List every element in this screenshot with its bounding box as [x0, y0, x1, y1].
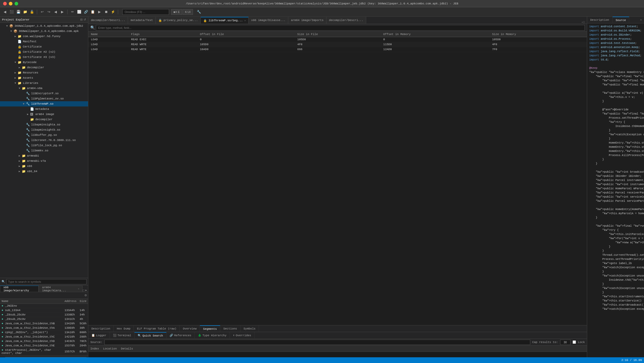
table-row[interactable]: ● _Z8sub_25c8v1338Eh34h — [0, 313, 88, 317]
list-item[interactable]: ▼ 📦 360Wallpaper_1.0.4_apkcombo.com.apk — [0, 29, 88, 34]
table-row[interactable]: ● Java_com_w_thsz_InsideUse_thE15378h204… — [0, 344, 88, 348]
tree-root[interactable]: ▼ 📦 360Wallpaper_1.0.4_apkcombo.com.apk.… — [0, 23, 88, 29]
list-item[interactable]: ▶ 🖼 arm64 image — [0, 112, 88, 117]
table-row[interactable]: ● _Z8sub_25c9v1341Ch4h — [0, 317, 88, 321]
list-item[interactable]: ▼ 📁 Libraries — [0, 80, 88, 86]
list-item[interactable]: 📄 metadata — [0, 106, 88, 112]
tab-description[interactable]: Description — [88, 325, 114, 332]
list-item[interactable]: 🔒 Certificate #2 (v2) — [0, 49, 88, 55]
table-row[interactable]: ● _JNIEnv — [0, 304, 88, 308]
tab-close-icon[interactable]: ✕ — [244, 19, 246, 22]
list-item[interactable]: ▶ 📁 Assets — [0, 75, 88, 80]
tab-description-right[interactable]: Description — [587, 17, 613, 23]
toolbar-btn-13[interactable]: 📋 — [90, 9, 96, 15]
run-button[interactable]: ▶ — [97, 9, 102, 15]
build-btn-1[interactable]: ■X E — [171, 9, 182, 15]
cap-input[interactable] — [560, 340, 571, 345]
tab-elf-program[interactable]: ELF Program Table (raw) — [134, 325, 180, 332]
list-item[interactable]: 🔒 Certificate — [0, 44, 88, 49]
toolbar-btn-5[interactable]: 🔓 — [29, 9, 35, 15]
tab-libthreewp-seg[interactable]: 🔒 libThreeWP.so/Seg... ✕ — [201, 17, 249, 24]
list-item[interactable]: 🔧 libcronet.76.0.3809.111.so — [0, 138, 88, 143]
tab-x86-hierarchy[interactable]: x86 image/Hierarchy — [0, 286, 39, 292]
maximize-button[interactable] — [15, 2, 18, 5]
tab-segments[interactable]: Segments — [200, 325, 220, 332]
settings-icon[interactable]: 🔧 — [196, 9, 202, 15]
stop-button[interactable]: ⏹ — [103, 9, 109, 15]
list-item[interactable]: 🔧 libPglmetasec_ov.so — [0, 96, 88, 101]
close-button[interactable] — [3, 2, 7, 5]
tab-privacy-policy[interactable]: 🔒 privacy_policy_se... — [156, 17, 201, 24]
list-item[interactable]: 🔧 libapminsightb.so — [0, 127, 88, 132]
redo-button[interactable]: ↪ — [46, 9, 52, 15]
hierarchy-icon-2[interactable]: ▸ — [85, 288, 87, 292]
list-item[interactable]: 📁 decompiler — [0, 117, 88, 122]
tab-arm64-imports[interactable]: arm64 image/Imports — [288, 17, 326, 24]
table-row[interactable]: ● Java_com_w_thsz_InsideUse_thC14210h288… — [0, 335, 88, 339]
toolbar-btn-10[interactable]: ✏ — [70, 9, 75, 15]
table-row[interactable]: ● sub_133A4133A4h14h — [0, 308, 88, 313]
list-item[interactable]: ▶ 📁 Resources — [0, 70, 88, 75]
tab-type-hierarchy[interactable]: 🌲 Type Hierarchy — [195, 332, 230, 339]
tab-overview[interactable]: Overview — [180, 325, 200, 332]
table-row[interactable]: ● Java_com_w_thsz_InsideUse_thD14C6Ch70C… — [0, 339, 88, 344]
tab-metadata-text[interactable]: metadata/Text — [128, 17, 156, 24]
table-row[interactable]: ● Java_com_w_thsz_InsideUse_thB13420h5C0… — [0, 321, 88, 326]
maximize-panel-btn[interactable]: □ — [583, 21, 585, 24]
table-row[interactable]: LOADREAD WRTE10AD066612AD07F0 — [88, 47, 587, 52]
hierarchy-icon-1[interactable]: □ — [83, 289, 84, 292]
project-search-input[interactable] — [6, 279, 86, 284]
omnibox-input[interactable] — [122, 9, 169, 15]
list-item[interactable]: 🔧 libapminsighta.so — [0, 122, 88, 127]
refresh-btn[interactable]: ↺ — [84, 18, 86, 21]
table-row[interactable]: LOADREAD EXEC0105D00105D0 — [88, 37, 587, 42]
build-btn-2[interactable]: K:UI — [183, 9, 193, 15]
hierarchy-settings-icon[interactable]: ⚙ — [84, 294, 87, 297]
toolbar-btn-8[interactable]: ◀ — [53, 9, 58, 15]
toolbar-btn-9[interactable]: ▶ — [59, 9, 65, 15]
table-row[interactable]: ● Java_com_w_thsz_InsideUse_thA139E0h30h — [0, 326, 88, 330]
lock-checkbox[interactable] — [573, 340, 576, 344]
source-input[interactable] — [104, 340, 530, 345]
tab-decompiler-desc-1[interactable]: decompiler/Descri... — [88, 17, 128, 24]
tab-sections[interactable]: Sections — [220, 325, 240, 332]
segment-search-input[interactable] — [96, 25, 585, 31]
list-item[interactable]: ▶ 📁 com.wallpaper.hd.funny — [0, 34, 88, 39]
toolbar-btn-4[interactable]: 📁 — [22, 9, 28, 15]
list-item[interactable]: ▼ 📁 arm64-v8a — [0, 86, 88, 91]
toolbar-btn-16[interactable]: ⚡ — [110, 9, 116, 15]
list-item[interactable]: ▶ 📁 armeabi — [0, 153, 88, 158]
table-row[interactable]: LOADREAD WRTE105D04F8115D04F8 — [88, 42, 587, 47]
list-item[interactable]: ▶ 📁 x86 — [0, 164, 88, 169]
toolbar-btn-11[interactable]: ⬜ — [76, 9, 82, 15]
table-row[interactable]: ● cpkg(_JNIEnv*, _jobject*)13A10h800h — [0, 330, 88, 335]
toolbar-btn-2[interactable]: ⬛ — [9, 9, 15, 15]
tab-terminal[interactable]: ⬛ Terminal — [110, 332, 135, 339]
list-item[interactable]: ▶ 📁 x86_64 — [0, 169, 88, 174]
table-row[interactable]: ● startProcess(_JNIEnv*, char const*, ch… — [0, 348, 88, 355]
list-item[interactable]: 🔧 libfile_lock_pg.so — [0, 143, 88, 148]
list-item[interactable]: ▶ 📁 decompiler — [0, 65, 88, 70]
tab-x86-disasse[interactable]: x86 image/Disasse... — [249, 17, 288, 24]
tab-source-right[interactable]: Source — [613, 17, 629, 23]
tab-overrides[interactable]: ⬆ Overrides — [230, 332, 254, 339]
list-item[interactable]: ▶ 📁 armeabi-v7a — [0, 158, 88, 164]
tab-hex-dump[interactable]: Hex Dump — [114, 325, 134, 332]
tab-quick-search[interactable]: 🔍 Quick Search — [135, 332, 166, 339]
toolbar-btn-3[interactable]: 💾 — [16, 9, 21, 15]
tab-decompiler-desc-2[interactable]: decompiler/Descri... — [326, 17, 366, 24]
toolbar-btn-1[interactable]: ◀ — [2, 9, 8, 15]
toolbar-btn-12[interactable]: 🔗 — [83, 9, 89, 15]
list-item[interactable]: 🔧 libEncryptorP.so — [0, 91, 88, 96]
right-panel-close-btn[interactable]: ✕ — [638, 18, 644, 22]
list-item[interactable]: 🔧 libbuffer_pg.so — [0, 132, 88, 138]
tab-symbols[interactable]: Symbols — [240, 325, 259, 332]
tab-close-icon[interactable]: ✕ — [78, 287, 79, 290]
list-item-selected[interactable]: ▼ 🔧 libThreeWP.so — [0, 101, 88, 106]
tab-logger[interactable]: 📋 Logger — [88, 332, 110, 339]
undo-button[interactable]: ↩ — [39, 9, 45, 15]
list-item[interactable]: ▼ 📁 Bytecode — [0, 60, 88, 65]
list-item[interactable]: 📄 Manifest — [0, 39, 88, 44]
list-item[interactable]: 🔧 libmmkv.so — [0, 148, 88, 153]
collapse-all-btn[interactable]: ⊟ — [80, 18, 83, 21]
